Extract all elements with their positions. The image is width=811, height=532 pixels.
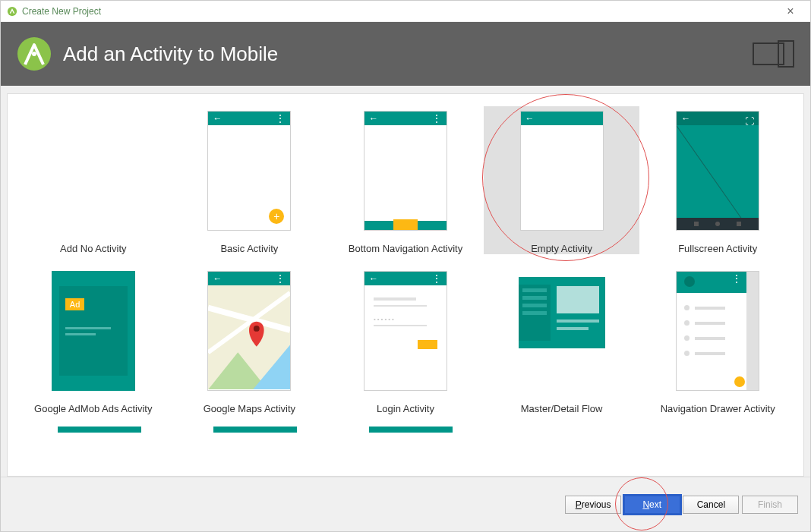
thumbnail-navdrawer: ⋮ [676, 271, 759, 391]
activity-option-masterdetail[interactable]: Master/Detail Flow [484, 266, 640, 414]
cancel-button[interactable]: Cancel [683, 496, 739, 514]
svg-rect-4 [778, 41, 794, 67]
overflow-icon: ⋮ [731, 273, 742, 284]
activity-option-empty[interactable]: ← Empty Activity [484, 106, 640, 254]
back-arrow-icon: ← [681, 114, 690, 123]
activity-gallery-scroll[interactable]: Add No Activity ←⋮ + Basic Activity ←⋮ [7, 93, 804, 477]
activity-label: Google Maps Activity [204, 403, 295, 414]
login-button-icon [418, 340, 437, 349]
activity-option-maps[interactable]: ←⋮ Google Maps Activity [172, 266, 328, 414]
titlebar: Create New Project × [1, 1, 810, 22]
back-arrow-icon: ← [369, 114, 378, 123]
back-arrow-icon: ← [369, 274, 378, 283]
thumbnail-empty: ← [520, 111, 604, 231]
previous-button[interactable]: Previous [565, 496, 621, 514]
overflow-icon: ⋮ [431, 273, 442, 284]
activity-option-admob[interactable]: Ad Google AdMob Ads Activity [15, 266, 172, 414]
activity-grid: Add No Activity ←⋮ + Basic Activity ←⋮ [8, 94, 803, 437]
thumbnail-fullscreen: ←⛶ [676, 111, 759, 231]
svg-point-2 [32, 52, 36, 56]
thumbnail-bottomnav: ←⋮ [364, 111, 447, 231]
fab-icon [734, 376, 745, 387]
back-arrow-icon: ← [213, 114, 222, 123]
overflow-icon: ⋮ [275, 273, 286, 284]
activity-option-bottomnav[interactable]: ←⋮ Bottom Navigation Activity [327, 106, 484, 254]
activity-label: Fullscreen Activity [678, 243, 757, 254]
wizard-footer: Previous Next Cancel Finish [1, 477, 810, 531]
svg-point-8 [254, 326, 260, 332]
thumbnail-none [52, 111, 135, 231]
bottom-nav-bar [364, 221, 447, 230]
close-icon[interactable]: × [777, 5, 804, 18]
next-button[interactable]: Next [624, 496, 680, 514]
banner-title: Add an Activity to Mobile [63, 42, 753, 66]
activity-label: Add No Activity [60, 243, 126, 254]
device-icon [753, 40, 795, 68]
activity-option-navdrawer[interactable]: ⋮ Navigation Drawer Activity [639, 266, 796, 414]
ad-badge: Ad [65, 298, 84, 310]
activity-label: Empty Activity [531, 243, 592, 254]
thumbnail-maps: ←⋮ [207, 271, 291, 391]
activity-label: Bottom Navigation Activity [349, 243, 462, 254]
window-title: Create New Project [22, 6, 777, 17]
thumbnail-basic: ←⋮ + [207, 111, 291, 231]
activity-label: Google AdMob Ads Activity [34, 403, 152, 414]
android-studio-logo-icon [16, 36, 52, 72]
thumbnail-masterdetail [513, 271, 611, 354]
activity-option-basic[interactable]: ←⋮ + Basic Activity [172, 106, 328, 254]
map-illustration [208, 285, 290, 389]
activity-option-login[interactable]: ←⋮ •••••• Login Activity [327, 266, 484, 414]
activity-option-fullscreen[interactable]: ←⛶ Fullscreen Activity [639, 106, 796, 254]
back-arrow-icon: ← [213, 274, 222, 283]
activity-option-none[interactable]: Add No Activity [15, 106, 172, 254]
activity-label: Login Activity [377, 403, 434, 414]
banner: Add an Activity to Mobile [1, 22, 810, 86]
back-arrow-icon: ← [525, 114, 535, 123]
fab-icon: + [269, 209, 284, 224]
activity-label: Master/Detail Flow [521, 403, 603, 414]
finish-button: Finish [742, 496, 798, 514]
activity-label: Navigation Drawer Activity [661, 403, 775, 414]
content-area: Add No Activity ←⋮ + Basic Activity ←⋮ [1, 86, 810, 477]
svg-point-0 [8, 6, 17, 15]
thumbnail-admob: Ad [52, 271, 135, 391]
overflow-icon: ⋮ [431, 113, 442, 124]
next-row-peek [15, 427, 796, 433]
thumbnail-login: ←⋮ •••••• [364, 271, 447, 391]
wizard-window: Create New Project × Add an Activity to … [0, 0, 811, 532]
android-studio-icon [7, 6, 17, 17]
activity-label: Basic Activity [220, 243, 278, 254]
overflow-icon: ⋮ [275, 113, 286, 124]
